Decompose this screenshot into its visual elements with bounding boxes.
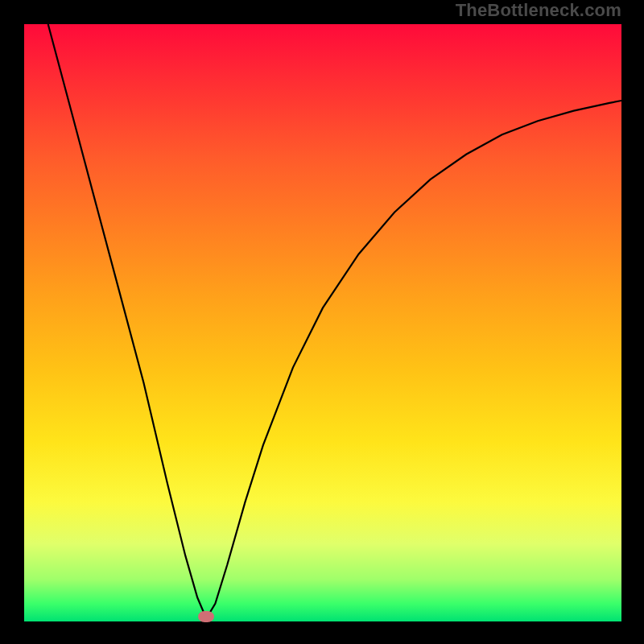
bottleneck-curve <box>48 24 621 618</box>
minimum-marker <box>198 611 214 622</box>
plot-area <box>24 24 621 621</box>
curve-layer <box>24 24 621 621</box>
watermark-text: TheBottleneck.com <box>456 0 621 21</box>
chart-container: TheBottleneck.com <box>0 0 644 644</box>
